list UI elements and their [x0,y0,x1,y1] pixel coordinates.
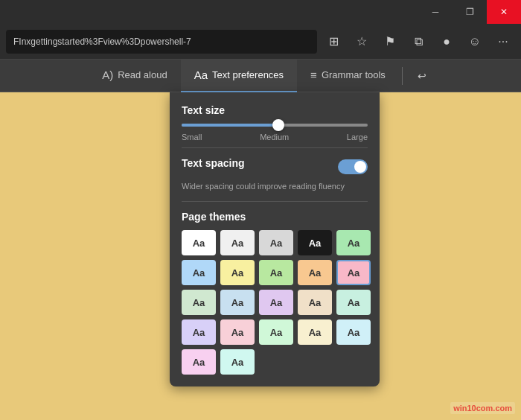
browser-toolbar: FInxgettingstarted%3Fview%3Dpowershell-7… [0,24,521,60]
slider-labels: Small Medium Large [182,133,368,141]
exit-reader-button[interactable]: ↩ [412,66,432,86]
immersive-reader-icon[interactable]: ⊞ [322,30,345,54]
theme-button-13[interactable]: Aa [259,290,293,315]
read-aloud-icon: A) [102,69,113,81]
theme-button-15[interactable]: Aa [336,290,371,315]
address-bar[interactable]: FInxgettingstarted%3Fview%3Dpowershell-7 [6,30,317,54]
text-spacing-title: Text spacing [182,157,245,169]
theme-button-8[interactable]: Aa [259,260,293,285]
theme-button-14[interactable]: Aa [298,290,332,315]
theme-button-4[interactable]: Aa [298,230,332,255]
theme-button-3[interactable]: Aa [259,230,293,255]
theme-button-18[interactable]: Aa [259,319,293,345]
text-spacing-toggle[interactable] [338,159,368,174]
page-themes-title: Page themes [182,211,368,223]
favorites-icon[interactable]: ☆ [350,30,374,54]
theme-button-1[interactable]: Aa [182,230,216,255]
spacing-row: Text spacing [182,157,368,176]
theme-button-17[interactable]: Aa [220,319,255,345]
watermark: win10com.com [450,402,515,414]
read-aloud-label: Read aloud [118,69,167,80]
emoji-icon[interactable]: ☺ [463,30,487,54]
size-large-label: Large [347,133,368,141]
slider-thumb[interactable] [272,119,284,131]
page-content: Text size Small Medium Large Text spacin… [0,92,521,420]
theme-button-21[interactable]: Aa [182,349,216,375]
address-text: FInxgettingstarted%3Fview%3Dpowershell-7 [13,36,191,47]
size-small-label: Small [182,133,202,141]
theme-button-19[interactable]: Aa [298,319,332,345]
theme-button-20[interactable]: Aa [336,319,371,345]
more-tools-icon[interactable]: ··· [491,30,515,54]
grammar-tools-label: Grammar tools [322,69,386,80]
theme-button-5[interactable]: Aa [336,230,371,255]
tab-text-preferences[interactable]: Aa Text preferences [181,60,297,92]
theme-button-22[interactable]: Aa [220,349,255,375]
maximize-button[interactable]: ❐ [453,0,487,24]
tab-read-aloud[interactable]: A) Read aloud [89,60,181,92]
toolbar-divider [402,67,403,85]
page-themes-section: Page themes AaAaAaAaAaAaAaAaAaAaAaAaAaAa… [182,201,368,375]
tab-grammar-tools[interactable]: ≡ Grammar tools [297,60,399,92]
theme-button-6[interactable]: Aa [182,260,216,285]
text-size-title: Text size [182,104,368,116]
grammar-tools-icon: ≡ [310,69,317,81]
theme-button-10[interactable]: Aa [336,260,371,285]
screenshot-icon[interactable]: ⧉ [406,30,430,54]
slider-fill [182,124,278,127]
text-preferences-icon: Aa [194,69,208,81]
text-preferences-panel: Text size Small Medium Large Text spacin… [170,92,380,386]
slider-track[interactable] [182,124,368,127]
reading-list-icon[interactable]: ⚑ [378,30,402,54]
size-medium-label: Medium [260,133,289,141]
profile-icon[interactable]: ● [435,30,458,54]
text-size-slider-container[interactable]: Small Medium Large [182,124,368,141]
text-spacing-section: Text spacing Wider spacing could improve… [182,147,368,192]
theme-button-16[interactable]: Aa [182,319,216,345]
theme-button-11[interactable]: Aa [182,290,216,315]
close-button[interactable]: ✕ [487,0,521,24]
themes-grid: AaAaAaAaAaAaAaAaAaAaAaAaAaAaAaAaAaAaAaAa… [182,230,368,375]
text-spacing-description: Wider spacing could improve reading flue… [182,181,368,192]
theme-button-2[interactable]: Aa [220,230,255,255]
titlebar: ─ ❐ ✕ [0,0,521,24]
theme-button-12[interactable]: Aa [220,290,255,315]
minimize-button[interactable]: ─ [418,0,453,24]
theme-button-9[interactable]: Aa [298,260,332,285]
reader-toolbar: A) Read aloud Aa Text preferences ≡ Gram… [0,60,521,92]
text-preferences-label: Text preferences [212,69,284,80]
theme-button-7[interactable]: Aa [220,260,255,285]
